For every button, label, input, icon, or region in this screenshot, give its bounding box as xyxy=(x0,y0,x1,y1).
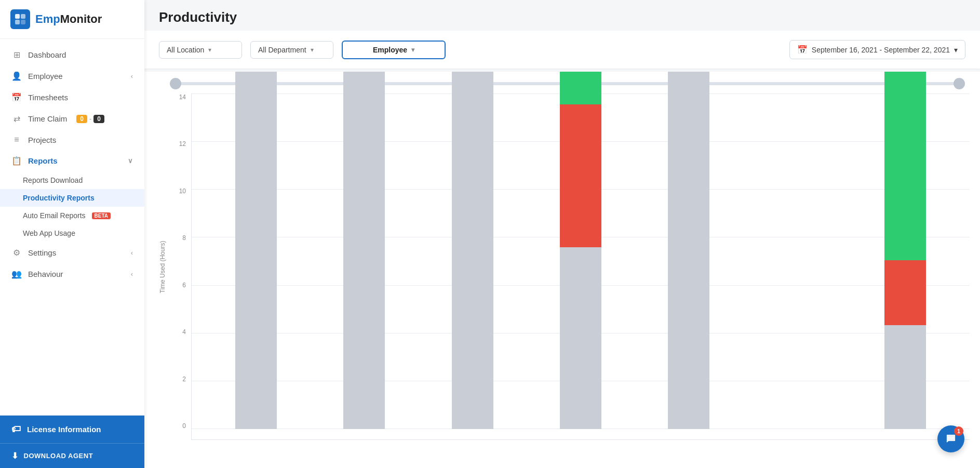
bar-stack[interactable] xyxy=(235,72,277,429)
badge-left: 0 xyxy=(76,115,87,123)
sidebar-item-employee[interactable]: 👤 Employee ‹ xyxy=(0,65,144,87)
page-title: Productivity xyxy=(159,9,965,25)
bar-segment-gray xyxy=(884,325,926,429)
sidebar-item-label: Settings xyxy=(28,248,56,257)
sub-nav-label: Reports Download xyxy=(23,176,83,184)
sidebar-item-label: Dashboard xyxy=(28,50,66,59)
chart-area: Time Used (Hours) 14 12 10 8 6 4 2 0 xyxy=(144,72,980,468)
sidebar-item-settings[interactable]: ⚙ Settings ‹ xyxy=(0,242,144,263)
main-content: Productivity All Location ▾ All Departme… xyxy=(144,0,980,468)
bar-group xyxy=(776,93,818,429)
svg-rect-3 xyxy=(21,20,25,24)
sub-nav-label: Productivity Reports xyxy=(23,194,95,202)
download-icon: ⬇ xyxy=(11,451,19,461)
location-filter[interactable]: All Location ▾ xyxy=(159,41,242,59)
bar-stack[interactable] xyxy=(668,72,709,429)
bar-segment-red xyxy=(884,260,926,325)
bar-segment-green xyxy=(884,72,926,260)
sidebar-item-label: Reports xyxy=(28,156,58,165)
svg-point-6 xyxy=(950,437,951,438)
sidebar-item-auto-email-reports[interactable]: Auto Email Reports BETA xyxy=(0,207,144,224)
y-axis: 14 12 10 8 6 4 2 0 xyxy=(176,93,191,440)
bar-group xyxy=(560,93,601,429)
sidebar: EmpMonitor ⊞ Dashboard 👤 Employee ‹ 📅 Ti… xyxy=(0,0,144,468)
license-icon: 🏷 xyxy=(11,424,21,435)
chevron-down-icon: ▾ xyxy=(411,46,414,54)
chevron-down-icon: ∨ xyxy=(128,157,133,165)
filter-bar: All Location ▾ All Department ▾ Employee… xyxy=(144,31,980,69)
date-range-filter[interactable]: 📅 September 16, 2021 - September 22, 202… xyxy=(789,40,965,59)
chevron-down-icon: ▾ xyxy=(954,46,958,54)
sidebar-item-timesheets[interactable]: 📅 Timesheets xyxy=(0,87,144,108)
bars-wrapper xyxy=(192,93,970,429)
y-axis-label: Time Used (Hours) xyxy=(159,240,166,293)
sidebar-nav: ⊞ Dashboard 👤 Employee ‹ 📅 Timesheets ⇄ … xyxy=(0,39,144,415)
bar-segment-gray xyxy=(668,72,709,429)
bar-segment-gray xyxy=(235,72,277,429)
sidebar-item-label: Time Claim xyxy=(28,114,67,123)
department-filter-label: All Department xyxy=(258,46,306,54)
bar-group xyxy=(668,93,709,429)
sidebar-item-dashboard[interactable]: ⊞ Dashboard xyxy=(0,44,144,65)
slider-handle-right[interactable] xyxy=(954,78,965,89)
bar-group xyxy=(235,93,277,429)
bar-stack[interactable] xyxy=(560,72,601,429)
sidebar-item-productivity-reports[interactable]: Productivity Reports xyxy=(0,189,144,207)
sidebar-bottom: 🏷 License Information ⬇ DOWNLOAD AGENT xyxy=(0,415,144,468)
sub-nav-label: Auto Email Reports xyxy=(23,211,86,220)
sidebar-item-projects[interactable]: ≡ Projects xyxy=(0,129,144,150)
projects-icon: ≡ xyxy=(11,135,22,144)
sidebar-item-label: Employee xyxy=(28,72,63,81)
svg-rect-1 xyxy=(21,14,25,19)
bar-stack[interactable] xyxy=(452,72,493,429)
license-info-button[interactable]: 🏷 License Information xyxy=(0,416,144,443)
bar-segment-gray xyxy=(452,72,493,429)
svg-rect-2 xyxy=(15,20,20,24)
sidebar-item-label: Behaviour xyxy=(28,270,63,278)
bar-group xyxy=(343,93,385,429)
svg-point-7 xyxy=(952,437,954,438)
svg-point-5 xyxy=(948,437,949,438)
sub-nav-label: Web App Usage xyxy=(23,229,75,237)
sidebar-item-behaviour[interactable]: 👥 Behaviour ‹ xyxy=(0,263,144,285)
page-header: Productivity xyxy=(144,0,980,31)
sidebar-item-reports[interactable]: 📋 Reports ∨ xyxy=(0,150,144,171)
bar-group xyxy=(884,93,926,429)
download-agent-button[interactable]: ⬇ DOWNLOAD AGENT xyxy=(0,443,144,468)
employee-filter-label: Employee xyxy=(373,46,407,54)
sidebar-item-label: Timesheets xyxy=(28,93,68,102)
sidebar-item-web-app-usage[interactable]: Web App Usage xyxy=(0,224,144,242)
download-label: DOWNLOAD AGENT xyxy=(24,452,93,460)
timesheets-icon: 📅 xyxy=(11,92,22,102)
bar-stack[interactable] xyxy=(884,72,926,429)
department-filter[interactable]: All Department ▾ xyxy=(250,41,333,59)
bar-segment-red xyxy=(560,104,601,247)
sidebar-item-time-claim[interactable]: ⇄ Time Claim 0 - 0 xyxy=(0,108,144,129)
chevron-left-icon: ‹ xyxy=(131,270,133,278)
behaviour-icon: 👥 xyxy=(11,269,22,279)
dashboard-icon: ⊞ xyxy=(11,50,22,60)
chevron-down-icon: ▾ xyxy=(311,46,314,54)
reports-icon: 📋 xyxy=(11,156,22,166)
sidebar-item-label: Projects xyxy=(28,136,56,144)
chat-badge: 1 xyxy=(954,426,963,436)
bar-segment-gray xyxy=(343,72,385,429)
app-name: EmpMonitor xyxy=(35,12,102,26)
logo-icon xyxy=(10,9,30,29)
slider-handle-left[interactable] xyxy=(170,78,181,89)
chevron-left-icon: ‹ xyxy=(131,72,133,80)
chat-fab-button[interactable]: 1 xyxy=(937,425,964,452)
calendar-icon: 📅 xyxy=(797,45,808,55)
chevron-left-icon: ‹ xyxy=(131,249,133,257)
employee-icon: 👤 xyxy=(11,71,22,81)
time-claim-icon: ⇄ xyxy=(11,114,22,124)
bar-segment-green xyxy=(560,72,601,104)
chart-inner xyxy=(191,93,970,440)
date-range-label: September 16, 2021 - September 22, 2021 xyxy=(812,46,950,54)
bar-stack[interactable] xyxy=(343,72,385,429)
bar-group xyxy=(452,93,493,429)
sidebar-item-reports-download[interactable]: Reports Download xyxy=(0,171,144,189)
chevron-down-icon: ▾ xyxy=(208,46,211,54)
svg-rect-0 xyxy=(15,14,20,19)
employee-filter[interactable]: Employee ▾ xyxy=(342,41,446,59)
